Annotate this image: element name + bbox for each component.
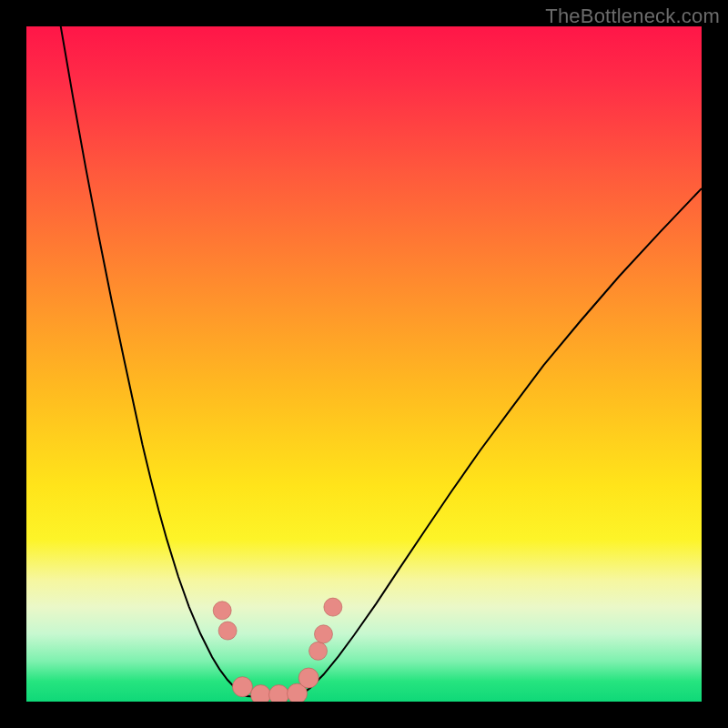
chart-plot — [26, 26, 702, 702]
data-marker — [309, 642, 328, 660]
chart-frame — [26, 26, 702, 702]
data-marker — [314, 625, 332, 643]
data-marker — [250, 685, 270, 702]
curve-left — [60, 26, 246, 696]
data-marker — [324, 598, 342, 616]
watermark-text: TheBottleneck.com — [545, 5, 720, 28]
marker-group — [213, 598, 342, 702]
data-marker — [269, 685, 289, 702]
data-marker — [298, 668, 318, 688]
data-marker — [218, 622, 237, 640]
data-marker — [232, 677, 252, 697]
data-marker — [213, 602, 231, 620]
curve-right — [299, 188, 702, 696]
